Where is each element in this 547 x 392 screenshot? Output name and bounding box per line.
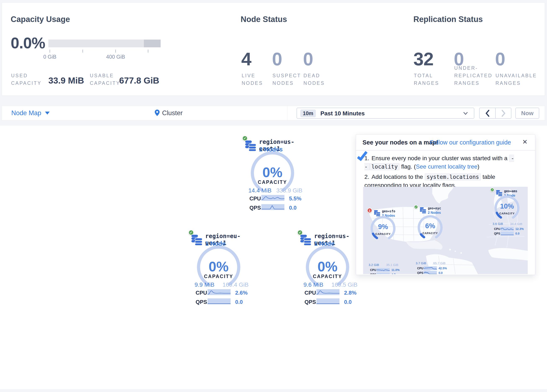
healthy-check-icon: ✓ xyxy=(414,205,418,209)
next-interval-button[interactable] xyxy=(495,108,511,118)
qps-value: 0.0 xyxy=(344,299,352,305)
healthy-check-icon: ✓ xyxy=(297,230,303,235)
breadcrumb-label: Cluster xyxy=(162,109,183,117)
total-capacity: 65.7 GiB xyxy=(433,261,445,265)
capacity-tick-label-400: 400 GiB xyxy=(106,54,125,60)
used-capacity: 3.7 GiB xyxy=(416,261,426,265)
healthy-check-icon: ✓ xyxy=(242,136,248,141)
capacity-bar xyxy=(48,40,161,47)
cpu-sparkline xyxy=(424,266,437,270)
usable-capacity-value: 677.8 GiB xyxy=(119,76,159,86)
locality-tree-link[interactable]: See current locality tree xyxy=(416,163,478,170)
cpu-value: 12.3% xyxy=(515,227,524,231)
capacity-gauge: 6% CAPACITY xyxy=(417,214,444,241)
node-status-title: Node Status xyxy=(241,15,287,24)
qps-sparkline xyxy=(261,204,284,210)
node-map-config-popup: See your nodes on a map! Follow our conf… xyxy=(356,134,535,275)
used-capacity: 14.4 MiB xyxy=(248,187,272,194)
qps-value: 0.0 xyxy=(289,205,297,211)
qps-label: QPS xyxy=(249,205,261,211)
toolbar-divider xyxy=(287,106,287,120)
region-card-us-east-1[interactable]: ✓ region=us-east-1 2 Nodes 0% CAPACITY 1… xyxy=(241,135,304,213)
used-capacity-value: 33.9 MiB xyxy=(48,76,84,86)
capacity-percent: 6% xyxy=(417,222,444,230)
capacity-label: CAPACITY xyxy=(493,212,521,215)
dead-nodes-value: 0 xyxy=(303,48,313,70)
cluster-stats-card: Capacity Usage 0.0% 0 GiB 400 GiB USED C… xyxy=(2,2,545,96)
qps-value: 0.0 xyxy=(235,299,243,305)
cpu-label: CPU xyxy=(494,227,500,231)
database-nodes-icon xyxy=(420,207,426,214)
popup-step-1: 1.Ensure every node in your cluster was … xyxy=(364,154,517,171)
total-ranges-value: 32 xyxy=(413,48,433,70)
replication-status-title: Replication Status xyxy=(413,15,483,24)
mini-node-name: geo=nyc xyxy=(428,206,441,210)
live-nodes-value: 4 xyxy=(241,48,251,70)
capacity-label: CAPACITY xyxy=(248,179,297,185)
capacity-gauge: 10% CAPACITY xyxy=(493,194,521,221)
capacity-label: CAPACITY xyxy=(303,274,352,279)
qps-label: QPS xyxy=(196,299,207,305)
total-capacity: 338.9 GiB xyxy=(272,187,302,194)
total-capacity: 34.4 GiB xyxy=(510,222,522,226)
dead-nodes-label: DEAD NODES xyxy=(303,72,325,87)
total-capacity: 35.1 GiB xyxy=(386,263,398,267)
total-capacity: 169.4 GiB xyxy=(219,282,249,288)
cpu-sparkline xyxy=(377,268,390,272)
map-toolbar: Node Map Cluster 10m Past 10 Minutes Now xyxy=(2,106,545,120)
step-number: 2. xyxy=(364,173,371,181)
cpu-value: 2.6% xyxy=(235,290,247,296)
used-capacity: 9.6 MiB xyxy=(303,282,323,288)
code-chip: locality xyxy=(370,163,400,170)
capacity-bar-reserved-segment xyxy=(144,40,161,47)
capacity-tick xyxy=(50,50,50,53)
capacity-label: CAPACITY xyxy=(195,274,243,279)
capacity-tick xyxy=(148,50,148,53)
view-dropdown[interactable]: Node Map xyxy=(11,106,50,120)
live-nodes-label: LIVE NODES xyxy=(242,72,263,87)
unavailable-ranges-value: 0 xyxy=(495,48,505,70)
used-capacity: 9.9 MiB xyxy=(195,282,214,288)
popup-title: See your nodes on a map! xyxy=(362,139,438,146)
qps-value: 0.0 xyxy=(515,232,519,235)
time-range-select[interactable]: 10m Past 10 Minutes xyxy=(297,108,474,119)
qps-sparkline xyxy=(207,298,231,304)
step-number: 1. xyxy=(364,154,371,162)
qps-value: 4.7 xyxy=(391,273,395,274)
map-pin-icon xyxy=(155,110,160,117)
capacity-percent: 0% xyxy=(195,259,243,275)
capacity-label: CAPACITY xyxy=(369,233,397,236)
qps-label: QPS xyxy=(305,299,316,305)
chevron-down-icon xyxy=(463,111,468,116)
qps-label: QPS xyxy=(370,273,376,274)
used-capacity: 3.2 GiB xyxy=(369,263,379,267)
time-range-badge: 10m xyxy=(300,110,316,117)
close-icon[interactable]: ✕ xyxy=(522,138,527,145)
mini-node-name: geo=sfo xyxy=(382,209,395,213)
cpu-value: 42.5% xyxy=(438,267,447,270)
region-card-us-west-1[interactable]: ✓ region=us-west-1 1 Node 0% CAPACITY 9.… xyxy=(296,229,359,307)
now-button[interactable]: Now xyxy=(515,108,539,119)
capacity-gauge: 9% CAPACITY xyxy=(369,215,397,242)
capacity-tick xyxy=(82,50,83,53)
popup-steps: 1.Ensure every node in your cluster was … xyxy=(364,154,517,191)
healthy-check-icon: ✓ xyxy=(188,230,194,235)
suspect-nodes-label: SUSPECT NODES xyxy=(273,72,301,87)
healthy-check-icon: ✓ xyxy=(490,188,494,192)
step-text: Ensure every node in your cluster was st… xyxy=(371,155,509,161)
region-card-eu-west-1[interactable]: ✓ region=eu-west-1 1 Node 0% CAPACITY 9.… xyxy=(187,229,250,307)
breadcrumb[interactable]: Cluster xyxy=(155,106,183,120)
suspect-nodes-value: 0 xyxy=(272,48,282,70)
total-ranges-label: TOTAL RANGES xyxy=(414,72,439,87)
example-node-map-image: 1 geo=sfo 2 Nodes 9% CAPACITY 3.2 GiB xyxy=(363,187,528,274)
configuration-guide-link[interactable]: Follow our configuration guide xyxy=(430,139,511,146)
dead-node-badge: 1 xyxy=(367,208,372,213)
qps-sparkline xyxy=(316,298,340,304)
step-text: Add locations to the xyxy=(371,174,425,180)
previous-interval-button[interactable] xyxy=(479,108,495,118)
capacity-percent: 0.0% xyxy=(11,34,45,52)
total-capacity: 169.5 GiB xyxy=(327,282,357,288)
capacity-percent: 10% xyxy=(493,202,521,210)
capacity-label: CAPACITY xyxy=(417,232,444,235)
cpu-value: 11.0% xyxy=(391,268,400,272)
